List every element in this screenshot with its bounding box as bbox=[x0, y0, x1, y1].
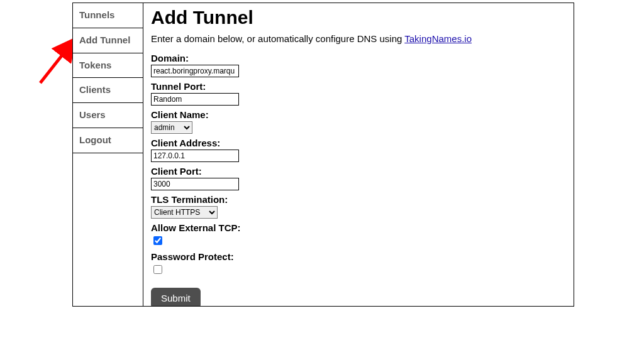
allow-external-tcp-label: Allow External TCP: bbox=[151, 222, 566, 233]
intro-text: Enter a domain below, or automatically c… bbox=[151, 33, 566, 44]
password-protect-checkbox[interactable] bbox=[153, 265, 162, 274]
sidebar-item-users[interactable]: Users bbox=[73, 103, 143, 128]
takingnames-link[interactable]: TakingNames.io bbox=[404, 33, 472, 44]
app-frame: Tunnels Add Tunnel Tokens Clients Users … bbox=[72, 3, 574, 307]
sidebar: Tunnels Add Tunnel Tokens Clients Users … bbox=[73, 3, 143, 306]
password-protect-label: Password Protect: bbox=[151, 251, 566, 262]
submit-button[interactable]: Submit bbox=[151, 288, 201, 306]
client-name-select[interactable]: admin bbox=[151, 121, 192, 134]
client-port-label: Client Port: bbox=[151, 166, 566, 177]
intro-prefix: Enter a domain below, or automatically c… bbox=[151, 33, 404, 44]
tunnel-port-input[interactable] bbox=[151, 93, 239, 106]
svg-line-1 bbox=[40, 41, 73, 83]
main-content: Add Tunnel Enter a domain below, or auto… bbox=[143, 3, 574, 306]
client-address-input[interactable] bbox=[151, 150, 239, 162]
sidebar-item-clients[interactable]: Clients bbox=[73, 78, 143, 103]
domain-input[interactable] bbox=[151, 65, 239, 77]
client-port-input[interactable] bbox=[151, 178, 239, 190]
client-name-label: Client Name: bbox=[151, 109, 566, 120]
sidebar-item-tokens[interactable]: Tokens bbox=[73, 53, 143, 79]
client-address-label: Client Address: bbox=[151, 138, 566, 148]
sidebar-item-logout[interactable]: Logout bbox=[73, 128, 143, 153]
sidebar-item-add-tunnel[interactable]: Add Tunnel bbox=[73, 28, 143, 53]
tunnel-port-label: Tunnel Port: bbox=[151, 81, 566, 92]
page-title: Add Tunnel bbox=[151, 7, 566, 28]
tls-termination-select[interactable]: Client HTTPS bbox=[151, 206, 218, 219]
allow-external-tcp-checkbox[interactable] bbox=[153, 236, 162, 245]
tls-termination-label: TLS Termination: bbox=[151, 194, 566, 205]
domain-label: Domain: bbox=[151, 53, 566, 63]
sidebar-item-tunnels[interactable]: Tunnels bbox=[73, 3, 143, 28]
